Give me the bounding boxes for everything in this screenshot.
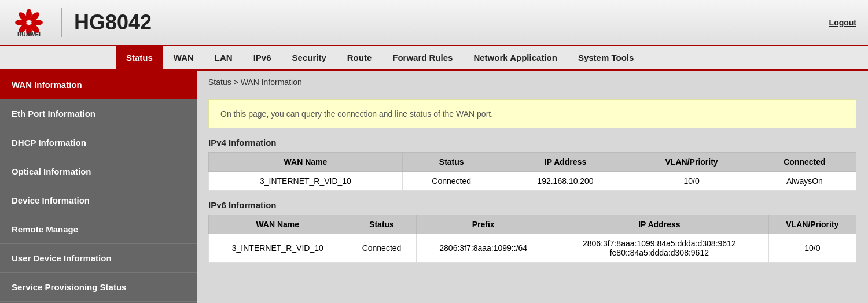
header-divider bbox=[61, 8, 62, 37]
nav-item-forward-rules[interactable]: Forward Rules bbox=[382, 46, 463, 69]
sidebar-item-eth-port-information[interactable]: Eth Port Information bbox=[0, 99, 197, 128]
ipv6-section-title: IPv6 Information bbox=[208, 200, 856, 210]
svg-text:HUAWEI: HUAWEI bbox=[17, 31, 41, 38]
logout-button[interactable]: Logout bbox=[829, 18, 856, 27]
ipv4-col-wan-name: WAN Name bbox=[209, 153, 403, 172]
ipv6-col-wan-name: WAN Name bbox=[209, 215, 347, 234]
content-area: Status > WAN Information On this page, y… bbox=[197, 71, 868, 303]
sidebar-item-wan-information[interactable]: WAN Information bbox=[0, 71, 197, 99]
nav-item-network-application[interactable]: Network Application bbox=[463, 46, 567, 69]
table-cell: 2806:3f7:8aaa:1099:84a5:ddda:d308:9612fe… bbox=[550, 234, 768, 263]
nav-item-system-tools[interactable]: System Tools bbox=[568, 46, 644, 69]
table-cell: 2806:3f7:8aaa:1099::/64 bbox=[417, 234, 550, 263]
table-cell: 10/0 bbox=[630, 172, 753, 191]
sidebar-item-remote-manage[interactable]: Remote Manage bbox=[0, 215, 197, 244]
table-row: 3_INTERNET_R_VID_10Connected2806:3f7:8aa… bbox=[209, 234, 856, 263]
huawei-logo-icon: HUAWEI bbox=[12, 6, 46, 38]
ipv4-section-title: IPv4 Information bbox=[208, 138, 856, 147]
sidebar: WAN InformationEth Port InformationDHCP … bbox=[0, 71, 197, 303]
ipv4-table: WAN NameStatusIP AddressVLAN/PriorityCon… bbox=[208, 152, 856, 191]
ipv4-col-ip-address: IP Address bbox=[501, 153, 630, 172]
sidebar-item-device-information[interactable]: Device Information bbox=[0, 186, 197, 215]
info-box: On this page, you can query the connecti… bbox=[208, 99, 856, 128]
header: HUAWEI HG8042 Logout bbox=[0, 0, 868, 46]
nav-item-lan[interactable]: LAN bbox=[204, 46, 243, 69]
ipv6-col-prefix: Prefix bbox=[417, 215, 550, 234]
sidebar-item-user-device-information[interactable]: User Device Information bbox=[0, 244, 197, 273]
sidebar-item-service-provisioning-status[interactable]: Service Provisioning Status bbox=[0, 273, 197, 302]
sidebar-item-dhcp-information[interactable]: DHCP Information bbox=[0, 128, 197, 157]
table-cell: Connected bbox=[402, 172, 501, 191]
breadcrumb: Status > WAN Information bbox=[197, 71, 868, 94]
ipv4-col-vlan-priority: VLAN/Priority bbox=[630, 153, 753, 172]
table-cell: 3_INTERNET_R_VID_10 bbox=[209, 234, 347, 263]
nav-item-route[interactable]: Route bbox=[337, 46, 382, 69]
table-cell: AlwaysOn bbox=[753, 172, 856, 191]
nav-item-wan[interactable]: WAN bbox=[163, 46, 204, 69]
main-layout: WAN InformationEth Port InformationDHCP … bbox=[0, 71, 868, 303]
nav-item-ipv6[interactable]: IPv6 bbox=[243, 46, 282, 69]
ipv6-col-vlan-priority: VLAN/Priority bbox=[768, 215, 856, 234]
ipv6-col-ip-address: IP Address bbox=[550, 215, 768, 234]
nav-item-security[interactable]: Security bbox=[282, 46, 337, 69]
nav-item-status[interactable]: Status bbox=[116, 46, 163, 69]
table-row: 3_INTERNET_R_VID_10Connected192.168.10.2… bbox=[209, 172, 856, 191]
table-cell: 3_INTERNET_R_VID_10 bbox=[209, 172, 403, 191]
table-cell: Connected bbox=[347, 234, 417, 263]
ipv4-col-connected: Connected bbox=[753, 153, 856, 172]
device-title: HG8042 bbox=[74, 10, 829, 35]
table-cell: 10/0 bbox=[768, 234, 856, 263]
ipv6-col-status: Status bbox=[347, 215, 417, 234]
table-cell: 192.168.10.200 bbox=[501, 172, 630, 191]
logo-area: HUAWEI bbox=[12, 6, 50, 38]
ipv4-col-status: Status bbox=[402, 153, 501, 172]
sidebar-item-optical-information[interactable]: Optical Information bbox=[0, 157, 197, 186]
navbar: StatusWANLANIPv6SecurityRouteForward Rul… bbox=[0, 46, 868, 71]
ipv6-table: WAN NameStatusPrefixIP AddressVLAN/Prior… bbox=[208, 215, 856, 263]
